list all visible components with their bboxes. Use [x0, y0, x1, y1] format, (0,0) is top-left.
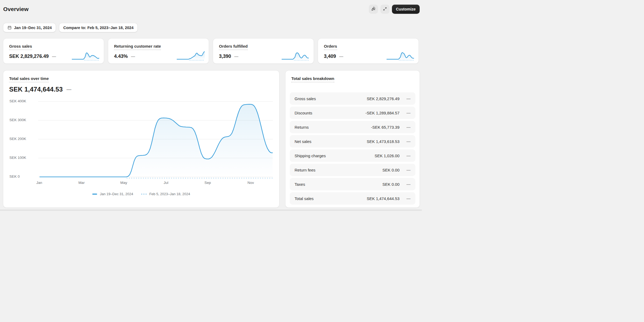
- row-label: Returns: [295, 125, 371, 130]
- row-delta: —: [406, 168, 411, 172]
- metric-value: 4.43%: [114, 54, 128, 59]
- page-title: Overview: [3, 6, 29, 12]
- breakdown-row-net-sales[interactable]: Net sales SEK 1,473,618.53 —: [290, 135, 415, 148]
- x-axis-tick-label: Mar: [78, 181, 84, 185]
- page-header: Overview Customize: [3, 4, 420, 15]
- date-range-picker[interactable]: Jan 19–Dec 31, 2024: [3, 23, 56, 32]
- metric-title[interactable]: Returning customer rate: [114, 44, 161, 50]
- sparkline-chart: [387, 50, 415, 61]
- metric-delta: —: [339, 54, 343, 59]
- y-axis-tick-label: SEK 200K: [9, 137, 26, 141]
- sparkline-chart: [177, 50, 205, 61]
- y-axis-tick-label: SEK 300K: [9, 118, 26, 122]
- total-sales-line-chart: [38, 97, 274, 181]
- metric-delta: —: [131, 54, 135, 59]
- row-delta: —: [406, 182, 411, 187]
- customize-button[interactable]: Customize: [392, 5, 420, 14]
- compare-label: Compare to: Feb 5, 2023–Jan 18, 2024: [63, 26, 133, 30]
- breakdown-rows: Gross sales SEK 2,829,276.49 — Discounts…: [290, 92, 415, 206]
- row-value: SEK 1,473,618.53: [367, 139, 399, 144]
- row-label: Gross sales: [295, 96, 367, 101]
- legend-label: Feb 5, 2023–Jan 18, 2024: [149, 192, 190, 196]
- row-delta: —: [406, 96, 411, 101]
- metric-cards-row: Gross sales SEK 2,829,276.49 — Returning…: [3, 38, 419, 64]
- fullscreen-expand-button[interactable]: [380, 5, 390, 14]
- legend-solid-swatch: [92, 194, 97, 195]
- legend-item-comparison: Feb 5, 2023–Jan 18, 2024: [141, 192, 190, 196]
- insights-magic-button[interactable]: [369, 5, 378, 14]
- row-value: SEK 0.00: [383, 182, 399, 187]
- y-axis-tick-label: SEK 400K: [9, 99, 26, 103]
- row-value: -SEK 1,289,884.57: [365, 111, 399, 115]
- breakdown-row-taxes[interactable]: Taxes SEK 0.00 —: [290, 178, 415, 190]
- row-label: Return fees: [295, 168, 383, 172]
- row-value: SEK 1,474,644.53: [367, 196, 399, 201]
- breakdown-row-total-sales[interactable]: Total sales SEK 1,474,644.53 —: [290, 192, 415, 205]
- metric-title[interactable]: Gross sales: [9, 44, 32, 50]
- calendar-icon: [7, 25, 12, 30]
- breakdown-row-return-fees[interactable]: Return fees SEK 0.00 —: [290, 164, 415, 176]
- x-axis-tick-label: Jul: [164, 181, 168, 185]
- row-delta: —: [406, 139, 411, 144]
- breakdown-row-returns[interactable]: Returns -SEK 65,773.39 —: [290, 121, 415, 133]
- row-value: SEK 1,026.00: [374, 153, 399, 158]
- sparkline-chart: [72, 50, 100, 61]
- row-label: Total sales: [295, 196, 367, 201]
- expand-arrows-icon: [383, 6, 387, 12]
- row-label: Net sales: [295, 139, 367, 144]
- metric-title[interactable]: Orders: [324, 44, 337, 50]
- metric-delta: —: [52, 54, 56, 59]
- legend-label: Jan 19–Dec 31, 2024: [100, 192, 133, 196]
- breakdown-row-gross-sales[interactable]: Gross sales SEK 2,829,276.49 —: [290, 92, 415, 105]
- total-sales-breakdown-panel: Total sales breakdown Gross sales SEK 2,…: [285, 71, 420, 208]
- metric-card-orders[interactable]: Orders 3,409 —: [318, 38, 419, 64]
- y-axis-tick-label: SEK 100K: [9, 156, 26, 160]
- x-axis-tick-label: Sep: [204, 181, 211, 185]
- breakdown-row-discounts[interactable]: Discounts -SEK 1,289,884.57 —: [290, 107, 415, 119]
- line-chart-area: SEK 400KSEK 300KSEK 200KSEK 100KSEK 0 Ja…: [3, 71, 279, 208]
- metric-title[interactable]: Orders fulfilled: [219, 44, 248, 50]
- metric-card-orders-fulfilled[interactable]: Orders fulfilled 3,390 —: [213, 38, 314, 64]
- metric-card-gross-sales[interactable]: Gross sales SEK 2,829,276.49 —: [3, 38, 104, 64]
- breakdown-title[interactable]: Total sales breakdown: [291, 76, 334, 82]
- metric-value: 3,390: [219, 54, 231, 59]
- metric-value: SEK 2,829,276.49: [9, 54, 49, 59]
- breakdown-row-shipping-charges[interactable]: Shipping charges SEK 1,026.00 —: [290, 149, 415, 162]
- sparkline-chart: [282, 50, 310, 61]
- compare-picker[interactable]: Compare to: Feb 5, 2023–Jan 18, 2024: [59, 23, 137, 32]
- filter-bar: Jan 19–Dec 31, 2024 Compare to: Feb 5, 2…: [3, 23, 137, 32]
- row-label: Shipping charges: [295, 153, 374, 158]
- magic-sparkle-icon: [371, 6, 376, 12]
- header-actions: Customize: [369, 5, 420, 14]
- metric-delta: —: [234, 54, 238, 59]
- row-value: -SEK 65,773.39: [371, 125, 399, 130]
- row-label: Taxes: [295, 182, 383, 187]
- metric-card-returning-customer-rate[interactable]: Returning customer rate 4.43% —: [108, 38, 209, 64]
- x-axis-tick-label: Jan: [36, 181, 42, 185]
- row-value: SEK 2,829,276.49: [367, 96, 399, 101]
- date-range-label: Jan 19–Dec 31, 2024: [14, 26, 52, 30]
- row-delta: —: [406, 196, 411, 201]
- legend-dotted-swatch: [141, 194, 147, 195]
- row-delta: —: [406, 125, 411, 130]
- total-sales-over-time-panel: Total sales over time SEK 1,474,644.53 —…: [3, 71, 279, 208]
- y-axis-tick-label: SEK 0: [9, 174, 20, 178]
- chart-legend: Jan 19–Dec 31, 2024 Feb 5, 2023–Jan 18, …: [3, 192, 279, 196]
- x-axis-tick-label: May: [120, 181, 127, 185]
- x-axis-tick-label: Nov: [247, 181, 254, 185]
- metric-value: 3,409: [324, 54, 336, 59]
- row-delta: —: [406, 111, 411, 115]
- row-label: Discounts: [295, 111, 365, 115]
- row-delta: —: [406, 153, 411, 158]
- legend-item-current: Jan 19–Dec 31, 2024: [92, 192, 133, 196]
- bottom-divider: [0, 209, 422, 211]
- row-value: SEK 0.00: [383, 168, 399, 172]
